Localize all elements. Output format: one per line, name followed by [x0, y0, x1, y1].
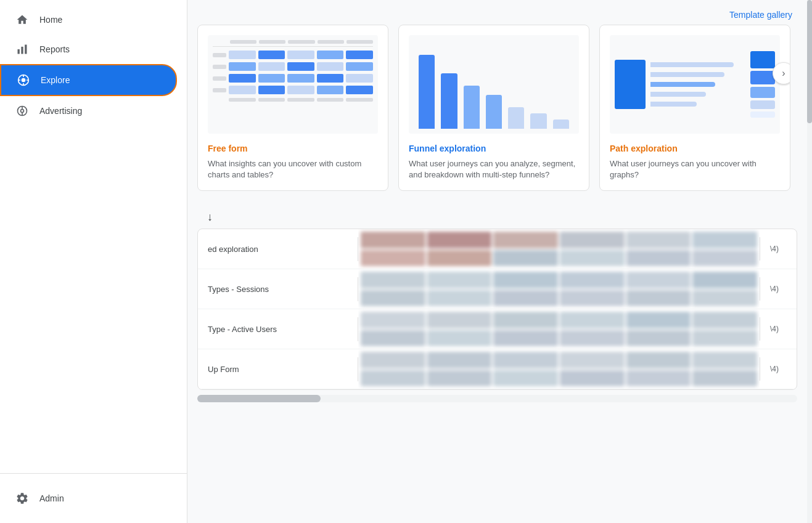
horizontal-scrollbar[interactable] [197, 395, 797, 402]
scrollbar-thumb-horizontal [197, 395, 321, 402]
table-area: ↓ ed exploration [187, 206, 807, 402]
main-header: Template gallery [187, 0, 807, 20]
row-badge-3: \4) [760, 317, 797, 341]
sidebar-item-advertising[interactable]: Advertising [0, 96, 177, 126]
template-card-path[interactable]: › Path exploration What user journeys ca… [599, 25, 790, 191]
freeform-title: Free form [208, 144, 378, 153]
explore-icon [16, 73, 31, 87]
row-preview-3 [358, 309, 760, 349]
template-card-freeform[interactable]: Free form What insights can you uncover … [197, 25, 388, 191]
sidebar-bottom: Admin [0, 473, 187, 523]
templates-section: Free form What insights can you uncover … [187, 20, 807, 206]
funnel-desc: What user journeys can you analyze, segm… [409, 158, 579, 180]
vertical-scrollbar[interactable] [807, 0, 812, 523]
row-badge-2: \4) [760, 277, 797, 301]
svg-rect-2 [25, 45, 27, 54]
explorations-table: ed exploration [197, 229, 797, 390]
row-badge-4: \4) [760, 357, 797, 381]
funnel-title: Funnel exploration [409, 144, 579, 153]
table-row[interactable]: Up Form [198, 349, 797, 389]
sidebar: Home Reports Explore [0, 0, 187, 523]
main-content: Template gallery [187, 0, 807, 523]
sort-row: ↓ [197, 206, 797, 229]
row-name-3: Type - Active Users [198, 317, 358, 341]
sidebar-item-admin[interactable]: Admin [15, 484, 172, 513]
row-preview-4 [358, 349, 760, 389]
template-card-funnel[interactable]: Funnel exploration What user journeys ca… [398, 25, 589, 191]
sidebar-item-explore[interactable]: Explore [0, 64, 177, 96]
sidebar-item-home[interactable]: Home [0, 5, 177, 34]
svg-rect-1 [21, 47, 23, 54]
table-row[interactable]: Types - Sessions [198, 269, 797, 309]
row-preview-2 [358, 269, 760, 309]
admin-label: Admin [39, 493, 64, 503]
svg-point-4 [22, 78, 26, 83]
row-name-1: ed exploration [198, 237, 358, 261]
template-gallery-link[interactable]: Template gallery [729, 10, 792, 20]
home-icon [15, 12, 30, 27]
sidebar-item-explore-label: Explore [41, 75, 70, 85]
freeform-preview [208, 35, 378, 134]
next-card-button[interactable]: › [773, 62, 790, 84]
sidebar-item-reports[interactable]: Reports [0, 34, 177, 64]
sidebar-nav: Home Reports Explore [0, 0, 187, 473]
row-badge-1: \4) [760, 237, 797, 261]
sidebar-item-advertising-label: Advertising [39, 106, 82, 116]
row-preview-1 [358, 229, 760, 269]
table-row[interactable]: Type - Active Users [198, 309, 797, 349]
advertising-icon [15, 103, 30, 118]
scrollbar-thumb [807, 0, 812, 123]
gear-icon [15, 491, 30, 506]
table-row[interactable]: ed exploration [198, 229, 797, 269]
bar-chart-icon [15, 42, 30, 57]
row-name-2: Types - Sessions [198, 277, 358, 301]
sidebar-item-reports-label: Reports [39, 44, 70, 54]
sort-down-icon[interactable]: ↓ [207, 211, 213, 224]
sidebar-item-home-label: Home [39, 15, 62, 25]
path-title: Path exploration [610, 144, 780, 153]
svg-rect-0 [18, 49, 20, 54]
path-desc: What user journeys can you uncover with … [610, 158, 780, 180]
funnel-preview [409, 35, 579, 134]
path-preview [610, 35, 780, 134]
row-name-4: Up Form [198, 357, 358, 381]
freeform-desc: What insights can you uncover with custo… [208, 158, 378, 180]
svg-point-6 [21, 110, 24, 113]
